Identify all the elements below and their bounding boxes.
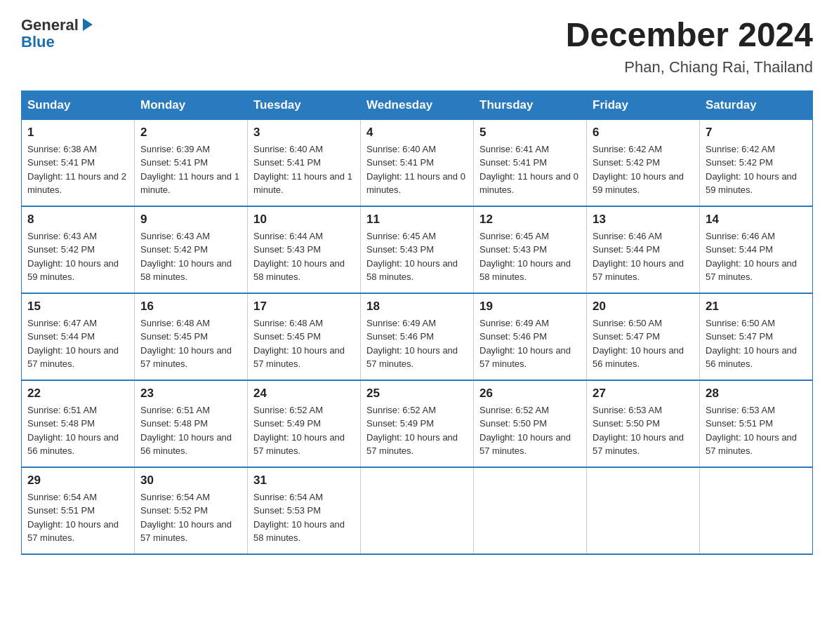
day-number: 2	[140, 126, 241, 140]
calendar-cell: 19 Sunrise: 6:49 AMSunset: 5:46 PMDaylig…	[474, 293, 587, 380]
calendar-cell: 29 Sunrise: 6:54 AMSunset: 5:51 PMDaylig…	[22, 467, 135, 554]
day-number: 3	[253, 126, 355, 140]
day-number: 20	[593, 300, 694, 314]
calendar-cell: 18 Sunrise: 6:49 AMSunset: 5:46 PMDaylig…	[361, 293, 474, 380]
calendar-cell: 13 Sunrise: 6:46 AMSunset: 5:44 PMDaylig…	[587, 206, 700, 293]
day-info: Sunrise: 6:44 AMSunset: 5:43 PMDaylight:…	[253, 231, 345, 283]
calendar-cell: 6 Sunrise: 6:42 AMSunset: 5:42 PMDayligh…	[587, 119, 700, 206]
calendar-cell: 1 Sunrise: 6:38 AMSunset: 5:41 PMDayligh…	[22, 119, 135, 206]
day-info: Sunrise: 6:54 AMSunset: 5:51 PMDaylight:…	[27, 492, 119, 544]
header-day-wednesday: Wednesday	[361, 90, 474, 119]
header-day-sunday: Sunday	[22, 90, 135, 119]
calendar-title: December 2024	[566, 17, 813, 54]
calendar-cell: 12 Sunrise: 6:45 AMSunset: 5:43 PMDaylig…	[474, 206, 587, 293]
logo: General Blue	[21, 17, 95, 51]
day-number: 8	[27, 213, 128, 227]
day-number: 24	[253, 387, 355, 401]
day-number: 25	[366, 387, 468, 401]
logo-general-text: General	[21, 17, 79, 34]
header-day-saturday: Saturday	[700, 90, 813, 119]
day-number: 18	[366, 300, 468, 314]
calendar-cell: 4 Sunrise: 6:40 AMSunset: 5:41 PMDayligh…	[361, 119, 474, 206]
day-info: Sunrise: 6:49 AMSunset: 5:46 PMDaylight:…	[479, 318, 571, 370]
day-info: Sunrise: 6:53 AMSunset: 5:51 PMDaylight:…	[706, 405, 797, 457]
day-number: 28	[706, 387, 807, 401]
day-number: 7	[706, 126, 807, 140]
day-info: Sunrise: 6:48 AMSunset: 5:45 PMDaylight:…	[140, 318, 232, 370]
calendar-cell: 8 Sunrise: 6:43 AMSunset: 5:42 PMDayligh…	[22, 206, 135, 293]
day-info: Sunrise: 6:50 AMSunset: 5:47 PMDaylight:…	[706, 318, 797, 370]
day-info: Sunrise: 6:38 AMSunset: 5:41 PMDaylight:…	[27, 144, 126, 196]
day-info: Sunrise: 6:49 AMSunset: 5:46 PMDaylight:…	[366, 318, 458, 370]
day-info: Sunrise: 6:40 AMSunset: 5:41 PMDaylight:…	[253, 144, 352, 196]
day-info: Sunrise: 6:52 AMSunset: 5:50 PMDaylight:…	[479, 405, 571, 457]
calendar-cell: 5 Sunrise: 6:41 AMSunset: 5:41 PMDayligh…	[474, 119, 587, 206]
title-block: December 2024 Phan, Chiang Rai, Thailand	[566, 17, 813, 76]
calendar-cell	[700, 467, 813, 554]
day-info: Sunrise: 6:41 AMSunset: 5:41 PMDaylight:…	[479, 144, 578, 196]
calendar-cell	[361, 467, 474, 554]
svg-marker-0	[83, 18, 93, 31]
day-number: 1	[27, 126, 128, 140]
calendar-cell: 21 Sunrise: 6:50 AMSunset: 5:47 PMDaylig…	[700, 293, 813, 380]
day-info: Sunrise: 6:42 AMSunset: 5:42 PMDaylight:…	[593, 144, 684, 196]
day-number: 19	[479, 300, 581, 314]
calendar-cell: 9 Sunrise: 6:43 AMSunset: 5:42 PMDayligh…	[135, 206, 248, 293]
day-number: 17	[253, 300, 355, 314]
day-number: 10	[253, 213, 355, 227]
header-day-monday: Monday	[135, 90, 248, 119]
day-number: 21	[706, 300, 807, 314]
day-number: 31	[253, 474, 355, 488]
day-info: Sunrise: 6:53 AMSunset: 5:50 PMDaylight:…	[593, 405, 684, 457]
calendar-header-row: SundayMondayTuesdayWednesdayThursdayFrid…	[22, 90, 813, 119]
logo-blue-text: Blue	[21, 33, 55, 51]
calendar-cell: 28 Sunrise: 6:53 AMSunset: 5:51 PMDaylig…	[700, 380, 813, 467]
day-info: Sunrise: 6:46 AMSunset: 5:44 PMDaylight:…	[706, 231, 797, 283]
calendar-cell: 2 Sunrise: 6:39 AMSunset: 5:41 PMDayligh…	[135, 119, 248, 206]
logo-arrow-icon	[80, 17, 95, 32]
header-day-tuesday: Tuesday	[248, 90, 361, 119]
day-info: Sunrise: 6:48 AMSunset: 5:45 PMDaylight:…	[253, 318, 345, 370]
day-info: Sunrise: 6:43 AMSunset: 5:42 PMDaylight:…	[140, 231, 232, 283]
calendar-cell: 27 Sunrise: 6:53 AMSunset: 5:50 PMDaylig…	[587, 380, 700, 467]
day-info: Sunrise: 6:51 AMSunset: 5:48 PMDaylight:…	[140, 405, 232, 457]
day-number: 14	[706, 213, 807, 227]
calendar-cell: 10 Sunrise: 6:44 AMSunset: 5:43 PMDaylig…	[248, 206, 361, 293]
calendar-cell: 11 Sunrise: 6:45 AMSunset: 5:43 PMDaylig…	[361, 206, 474, 293]
day-number: 26	[479, 387, 581, 401]
day-info: Sunrise: 6:39 AMSunset: 5:41 PMDaylight:…	[140, 144, 239, 196]
day-info: Sunrise: 6:45 AMSunset: 5:43 PMDaylight:…	[366, 231, 458, 283]
calendar-cell: 17 Sunrise: 6:48 AMSunset: 5:45 PMDaylig…	[248, 293, 361, 380]
calendar-cell: 26 Sunrise: 6:52 AMSunset: 5:50 PMDaylig…	[474, 380, 587, 467]
day-info: Sunrise: 6:43 AMSunset: 5:42 PMDaylight:…	[27, 231, 119, 283]
calendar-week-row: 29 Sunrise: 6:54 AMSunset: 5:51 PMDaylig…	[22, 467, 813, 554]
day-number: 23	[140, 387, 241, 401]
day-info: Sunrise: 6:46 AMSunset: 5:44 PMDaylight:…	[593, 231, 684, 283]
calendar-table: SundayMondayTuesdayWednesdayThursdayFrid…	[21, 90, 813, 555]
calendar-cell: 20 Sunrise: 6:50 AMSunset: 5:47 PMDaylig…	[587, 293, 700, 380]
day-info: Sunrise: 6:51 AMSunset: 5:48 PMDaylight:…	[27, 405, 119, 457]
day-number: 22	[27, 387, 128, 401]
day-number: 30	[140, 474, 241, 488]
day-info: Sunrise: 6:54 AMSunset: 5:52 PMDaylight:…	[140, 492, 232, 544]
calendar-cell: 16 Sunrise: 6:48 AMSunset: 5:45 PMDaylig…	[135, 293, 248, 380]
calendar-cell: 31 Sunrise: 6:54 AMSunset: 5:53 PMDaylig…	[248, 467, 361, 554]
calendar-week-row: 8 Sunrise: 6:43 AMSunset: 5:42 PMDayligh…	[22, 206, 813, 293]
day-info: Sunrise: 6:40 AMSunset: 5:41 PMDaylight:…	[366, 144, 465, 196]
page-header: General Blue December 2024 Phan, Chiang …	[21, 17, 813, 76]
day-number: 4	[366, 126, 468, 140]
calendar-week-row: 15 Sunrise: 6:47 AMSunset: 5:44 PMDaylig…	[22, 293, 813, 380]
calendar-cell: 15 Sunrise: 6:47 AMSunset: 5:44 PMDaylig…	[22, 293, 135, 380]
day-number: 13	[593, 213, 694, 227]
calendar-cell: 30 Sunrise: 6:54 AMSunset: 5:52 PMDaylig…	[135, 467, 248, 554]
day-info: Sunrise: 6:42 AMSunset: 5:42 PMDaylight:…	[706, 144, 797, 196]
day-info: Sunrise: 6:45 AMSunset: 5:43 PMDaylight:…	[479, 231, 571, 283]
calendar-cell: 23 Sunrise: 6:51 AMSunset: 5:48 PMDaylig…	[135, 380, 248, 467]
calendar-cell: 14 Sunrise: 6:46 AMSunset: 5:44 PMDaylig…	[700, 206, 813, 293]
calendar-cell: 25 Sunrise: 6:52 AMSunset: 5:49 PMDaylig…	[361, 380, 474, 467]
calendar-cell	[474, 467, 587, 554]
calendar-cell: 22 Sunrise: 6:51 AMSunset: 5:48 PMDaylig…	[22, 380, 135, 467]
header-day-thursday: Thursday	[474, 90, 587, 119]
calendar-week-row: 22 Sunrise: 6:51 AMSunset: 5:48 PMDaylig…	[22, 380, 813, 467]
day-number: 29	[27, 474, 128, 488]
